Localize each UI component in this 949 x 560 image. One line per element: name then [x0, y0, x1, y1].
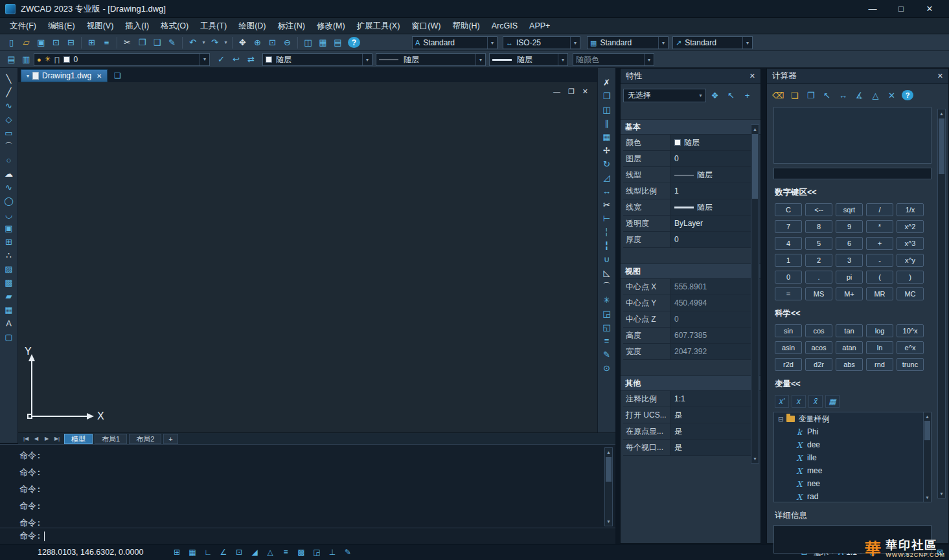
next-layout-button[interactable]: ▶ [41, 436, 52, 442]
layer-combo[interactable]: ● ☀ ∏ 0 ▾ [34, 53, 210, 66]
variable-item[interactable]: X rad [774, 490, 931, 502]
menu-insert[interactable]: 插入(I) [119, 18, 155, 34]
color-combo-caret[interactable]: ▾ [362, 54, 372, 65]
zoom-window-button[interactable]: ⊡ [265, 36, 280, 49]
menu-tools[interactable]: 工具(T) [194, 18, 233, 34]
property-value[interactable]: 是 [670, 423, 758, 439]
calc-key[interactable]: ( [866, 271, 893, 284]
calc-key[interactable]: + [866, 237, 893, 250]
clear-display-button[interactable]: ⌫ [771, 88, 786, 102]
section-other[interactable]: 其他 ▾ [621, 375, 760, 391]
first-layout-button[interactable]: |◀ [21, 436, 31, 442]
calc-key[interactable]: 4 [775, 237, 802, 250]
calc-sci-key[interactable]: r2d [775, 358, 802, 371]
menu-help[interactable]: 帮助(H) [446, 18, 485, 34]
coordinates-display[interactable]: 1288.0103, 146.6302, 0.0000 [38, 548, 143, 557]
property-row-lineweight[interactable]: 线宽 随层 [623, 199, 758, 216]
calc-key[interactable]: MR [866, 287, 893, 300]
linetype-combo-caret[interactable]: ▾ [475, 54, 485, 65]
dynamic-ucs-toggle[interactable]: ⊥ [325, 546, 339, 559]
print-preview-button[interactable]: ⊞ [84, 36, 99, 49]
property-row-center-y[interactable]: 中心点 Y 450.4994 [623, 295, 758, 311]
scale-tool-icon[interactable]: ◿ [599, 171, 614, 185]
rotate-tool-icon[interactable]: ↻ [599, 157, 614, 171]
layer-translate-button[interactable]: ⇄ [244, 52, 258, 66]
property-value[interactable]: 随层 [670, 167, 758, 183]
property-value[interactable]: ByLayer [670, 216, 758, 231]
layer-states-button[interactable]: ▥ [19, 52, 34, 66]
undo-dropdown-caret[interactable]: ▾ [200, 36, 207, 49]
property-row-center-z[interactable]: 中心点 Z 0 [623, 311, 758, 328]
calculator-history-display[interactable] [773, 107, 932, 164]
document-tab-drawing1[interactable]: ▾ Drawing1.dwg ✕ [21, 69, 108, 82]
object-snap-toggle[interactable]: ⊡ [232, 546, 246, 559]
property-value[interactable]: 1 [670, 183, 758, 199]
pickadd-toggle-button[interactable]: + [740, 89, 755, 102]
command-window[interactable]: 命令: 命令: 命令: 命令: 命令: ▲ ▼ 命令: [0, 444, 615, 544]
calc-key[interactable]: 9 [836, 220, 863, 233]
property-value[interactable]: 1:1 [670, 391, 758, 407]
linetype-combo[interactable]: 随层 ▾ [376, 53, 486, 66]
construction-line-tool-icon[interactable]: ╱ [1, 85, 16, 99]
edit-tool-icon[interactable]: ✎ [599, 348, 614, 361]
variables-root-item[interactable]: ⊟ 变量样例 [774, 412, 931, 425]
variables-header[interactable]: 变量<< [775, 379, 948, 390]
color-combo[interactable]: 随层 ▾ [262, 53, 372, 66]
section-view[interactable]: 视图 ▾ [621, 263, 760, 279]
property-row-thickness[interactable]: 厚度 0 [623, 232, 758, 248]
layout-tab-layout1[interactable]: 布局1 [95, 434, 127, 444]
delete-expression-button[interactable]: ✕ [884, 88, 899, 102]
mtext-tool-icon[interactable]: A [1, 317, 16, 330]
arc-tool-icon[interactable]: ⌒ [1, 140, 16, 153]
calc-sci-key[interactable]: tan [836, 324, 863, 337]
calc-key[interactable]: x^y [897, 254, 924, 267]
calculator-return-button[interactable]: ▦ [825, 395, 840, 408]
tree-expander-icon[interactable]: ⊟ [778, 416, 783, 423]
property-value[interactable]: 0 [670, 232, 758, 247]
calc-key[interactable]: 0 [775, 271, 802, 284]
numpad-header[interactable]: 数字键区<< [775, 187, 948, 198]
snap-toggle[interactable]: ⊞ [170, 546, 184, 559]
calc-key[interactable]: 5 [805, 237, 832, 250]
property-row-linetype[interactable]: 线型 随层 [623, 167, 758, 183]
measure-angle-button[interactable]: ∡ [852, 88, 867, 102]
publish-button[interactable]: ≡ [99, 36, 114, 49]
menu-modify[interactable]: 修改(M) [311, 18, 351, 34]
calc-key[interactable]: 1/x [897, 203, 924, 216]
intersection-button[interactable]: △ [868, 88, 883, 102]
dim-style-combo[interactable]: ↔ ISO-25 ▾ [503, 36, 580, 49]
properties-close-icon[interactable]: ✕ [749, 72, 755, 80]
circle-tool-icon[interactable]: ○ [1, 153, 16, 167]
redo-dropdown-caret[interactable]: ▾ [222, 36, 229, 49]
doc-restore-button[interactable]: ❐ [568, 87, 575, 96]
break-tool-icon[interactable]: ╏ [599, 239, 614, 252]
fillet-tool-icon[interactable]: ⌒ [599, 280, 614, 293]
scroll-up-icon[interactable]: ▲ [924, 412, 931, 421]
zoom-realtime-button[interactable]: ⊕ [250, 36, 265, 49]
wipeout-tool-icon[interactable]: ▢ [1, 330, 16, 344]
variable-item[interactable]: X mee [774, 464, 931, 477]
transparency-toggle[interactable]: ▩ [294, 546, 308, 559]
calc-sci-key[interactable]: asin [775, 341, 802, 354]
join-tool-icon[interactable]: ∪ [599, 252, 614, 266]
menu-format[interactable]: 格式(O) [155, 18, 194, 34]
scroll-down-icon[interactable]: ▼ [605, 517, 612, 526]
array-tool-icon[interactable]: ▦ [599, 130, 614, 144]
property-row-center-x[interactable]: 中心点 X 555.8901 [623, 279, 758, 295]
calc-key[interactable]: 7 [775, 220, 802, 233]
drawing-canvas[interactable]: — ❐ ✕ Y X [18, 82, 597, 432]
calculator-close-icon[interactable]: ✕ [937, 72, 943, 80]
gradient-tool-icon[interactable]: ▩ [1, 276, 16, 289]
explode-tool-icon[interactable]: ✳ [599, 293, 614, 307]
osnap-settings-icon[interactable]: ⊙ [599, 361, 614, 375]
variables-tree[interactable]: ⊟ 变量样例 k Phi X dee X ille X mee X nee X … [773, 412, 932, 502]
property-value[interactable]: 0 [670, 151, 758, 166]
calculator-help-button[interactable]: ? [902, 90, 913, 100]
offset-tool-icon[interactable]: ∥ [599, 117, 614, 130]
calc-key[interactable]: x^3 [897, 237, 924, 250]
mleader-style-caret[interactable]: ▾ [742, 37, 752, 49]
calc-sci-key[interactable]: log [866, 324, 893, 337]
document-tab-close-icon[interactable]: ✕ [97, 73, 102, 80]
scrollbar-thumb[interactable] [606, 457, 612, 482]
ellipse-tool-icon[interactable]: ◯ [1, 194, 16, 208]
